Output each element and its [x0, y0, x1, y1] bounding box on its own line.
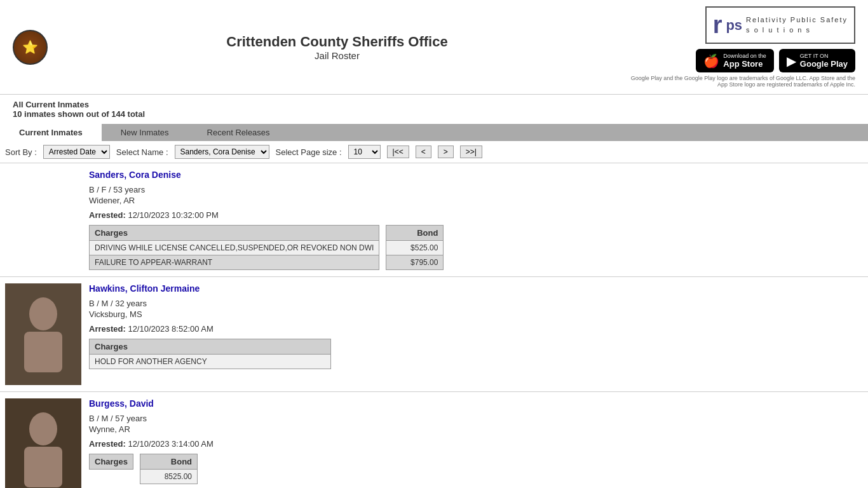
nav-next-button[interactable]: >: [438, 146, 454, 158]
inmate-list: Sanders, Cora DeniseB / F / 53 yearsWide…: [0, 163, 868, 488]
inmate-location: Vicksburg, MS: [89, 309, 863, 319]
sort-select[interactable]: Arrested Date: [43, 145, 110, 159]
bond-table: Bond$525.00$795.00: [386, 225, 444, 270]
nav-last-button[interactable]: >>|: [460, 146, 482, 158]
tab-current-inmates[interactable]: Current Inmates: [0, 124, 102, 141]
tab-recent-releases[interactable]: Recent Releases: [188, 124, 289, 141]
inmate-photo: [5, 170, 81, 270]
name-select[interactable]: Sanders, Cora Denise: [175, 145, 269, 159]
charges-bond-container: ChargesHOLD FOR ANOTHER AGENCY: [89, 339, 863, 369]
header-logo-area: r ps Relativity Public Safety s o l u t …: [627, 6, 855, 88]
inmate-details: Burgess, DavidB / M / 57 yearsWynne, ARA…: [89, 398, 863, 488]
rps-ps: ps: [726, 17, 742, 34]
inmate-arrested: Arrested: 12/10/2023 10:32:00 PM: [89, 210, 863, 220]
app-disclaimer: Google Play and the Google Play logo are…: [627, 75, 855, 88]
controls-bar: Sort By : Arrested Date Select Name : Sa…: [0, 141, 868, 163]
page-title: Crittenden County Sheriffs Office: [48, 34, 627, 50]
inmate-details: Sanders, Cora DeniseB / F / 53 yearsWide…: [89, 170, 863, 270]
google-play-icon: ▶: [787, 53, 796, 69]
charges-table: ChargesDRIVING WHILE LICENSE CANCELLED,S…: [89, 225, 379, 270]
nav-tabs: Current Inmates New Inmates Recent Relea…: [0, 124, 868, 141]
nav-first-button[interactable]: |<<: [387, 146, 409, 158]
app-store-button[interactable]: 🍎 Download on the App Store: [696, 49, 774, 72]
svg-point-0: [29, 297, 57, 330]
table-row: Hawkins, Clifton JermaineB / M / 32 year…: [0, 277, 868, 392]
svg-point-2: [29, 412, 57, 445]
inmate-photo: [5, 398, 81, 488]
table-row: Burgess, DavidB / M / 57 yearsWynne, ARA…: [0, 392, 868, 488]
page-size-label: Select Page size :: [276, 147, 342, 157]
svg-rect-3: [24, 447, 62, 487]
google-play-button[interactable]: ▶ GET IT ON Google Play: [779, 49, 855, 72]
inmate-arrested: Arrested: 12/10/2023 8:52:00 AM: [89, 324, 863, 334]
nav-prev-button[interactable]: <: [416, 146, 431, 158]
tab-new-inmates[interactable]: New Inmates: [102, 124, 188, 141]
info-bar: All Current Inmates 10 inmates shown out…: [0, 95, 868, 124]
inmate-location: Widener, AR: [89, 196, 863, 205]
page-header: ⭐ Crittenden County Sheriffs Office Jail…: [0, 0, 868, 95]
svg-rect-1: [24, 332, 62, 372]
page-subtitle: Jail Roster: [48, 50, 627, 61]
inmate-location: Wynne, AR: [89, 424, 863, 434]
inmate-name[interactable]: Burgess, David: [89, 398, 863, 409]
bond-table: Bond8525.00: [140, 454, 198, 484]
sort-label: Sort By :: [5, 147, 37, 157]
inmate-info: B / F / 53 years: [89, 185, 863, 194]
rps-subtitle: Relativity Public Safety s o l u t i o n…: [746, 15, 848, 35]
inmate-name[interactable]: Sanders, Cora Denise: [89, 170, 863, 180]
page-size-select[interactable]: 10 25 50 100: [348, 145, 381, 159]
inmate-name[interactable]: Hawkins, Clifton Jermaine: [89, 283, 863, 294]
inmate-info: B / M / 32 years: [89, 299, 863, 308]
name-label: Select Name :: [116, 147, 168, 157]
info-line2: 10 inmates shown out of 144 total: [13, 109, 855, 119]
charges-bond-container: ChargesDRIVING WHILE LICENSE CANCELLED,S…: [89, 225, 863, 270]
charges-bond-container: ChargesBond8525.00: [89, 454, 863, 484]
rps-r: r: [713, 11, 722, 39]
charges-table: Charges: [89, 454, 133, 484]
inmate-details: Hawkins, Clifton JermaineB / M / 32 year…: [89, 283, 863, 385]
apple-icon: 🍎: [703, 53, 719, 69]
inmate-info: B / M / 57 years: [89, 414, 863, 423]
info-line1: All Current Inmates: [13, 100, 855, 109]
inmate-photo: [5, 283, 81, 385]
sheriff-logo: ⭐: [13, 30, 48, 65]
rps-logo: r ps Relativity Public Safety s o l u t …: [705, 6, 855, 44]
charges-table: ChargesHOLD FOR ANOTHER AGENCY: [89, 339, 331, 369]
app-buttons: 🍎 Download on the App Store ▶ GET IT ON …: [696, 49, 855, 72]
header-center: Crittenden County Sheriffs Office Jail R…: [48, 34, 627, 61]
table-row: Sanders, Cora DeniseB / F / 53 yearsWide…: [0, 163, 868, 277]
inmate-arrested: Arrested: 12/10/2023 3:14:00 AM: [89, 439, 863, 449]
